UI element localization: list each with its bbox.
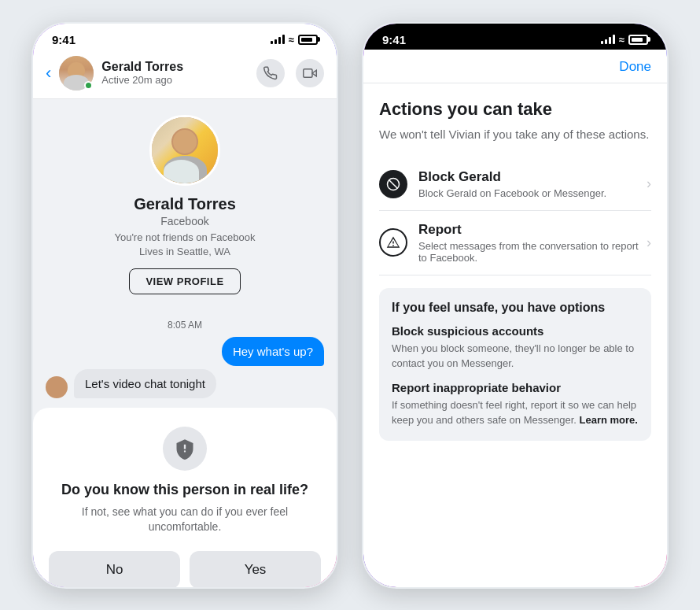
block-chevron-icon: › — [647, 176, 651, 192]
block-action-info: Block Gerald Block Gerald on Facebook or… — [418, 169, 647, 199]
profile-name: Gerald Torres — [134, 195, 236, 213]
safety-card-title: If you feel unsafe, you have options — [392, 301, 639, 315]
signal-icon-right — [601, 35, 615, 44]
profile-detail1: You're not friends on Facebook — [114, 231, 255, 245]
left-phone-inner: 9:41 ≈ ‹ — [33, 24, 337, 587]
report-behavior-desc: If something doesn't feel right, report … — [392, 397, 639, 428]
profile-detail2: Lives in Seattle, WA — [139, 245, 230, 259]
active-status-dot — [84, 81, 93, 90]
status-bar-left: 9:41 ≈ — [33, 24, 337, 50]
phone-call-button[interactable] — [256, 59, 285, 87]
time-left: 9:41 — [52, 33, 76, 46]
back-button[interactable]: ‹ — [46, 65, 51, 82]
chat-contact-info: Gerald Torres Active 20m ago — [101, 60, 249, 86]
profile-avatar-bg — [152, 117, 218, 183]
profile-person-head — [171, 128, 198, 155]
svg-marker-0 — [312, 70, 316, 76]
status-icons-right: ≈ — [601, 34, 648, 46]
bottom-sheet: Do you know this person in real life? If… — [33, 408, 337, 587]
block-suspicious-desc: When you block someone, they'll no longe… — [392, 341, 639, 372]
yes-button[interactable]: Yes — [190, 551, 321, 586]
battery-icon-left — [298, 35, 318, 45]
sheet-subtitle: If not, see what you can do if you ever … — [49, 505, 321, 535]
wifi-icon-left: ≈ — [289, 34, 294, 46]
time-right: 9:41 — [382, 33, 406, 46]
view-profile-button[interactable]: VIEW PROFILE — [129, 268, 240, 294]
right-phone-frame: 9:41 ≈ Done Actions you can take W — [362, 22, 669, 589]
report-action-title: Report — [418, 222, 647, 238]
profile-person-shirt — [164, 160, 199, 183]
message-timestamp: 8:05 AM — [46, 320, 324, 331]
svg-line-3 — [389, 179, 398, 188]
left-phone-frame: 9:41 ≈ ‹ — [31, 22, 338, 589]
report-chevron-icon: › — [647, 235, 651, 251]
right-phone-inner: 9:41 ≈ Done Actions you can take W — [363, 24, 667, 587]
received-bubble-1: Let's video chat tonight — [74, 369, 216, 398]
block-action-desc: Block Gerald on Facebook or Messenger. — [418, 187, 647, 199]
actions-title: Actions you can take — [379, 99, 651, 120]
actions-subtitle: We won't tell Vivian if you take any of … — [379, 126, 651, 142]
svg-rect-1 — [304, 68, 312, 77]
block-action-item[interactable]: Block Gerald Block Gerald on Facebook or… — [379, 158, 651, 211]
phones-container: 9:41 ≈ ‹ — [16, 6, 684, 604]
header-actions — [256, 59, 324, 87]
report-behavior-title: Report inappropriate behavior — [392, 381, 639, 394]
received-avatar — [46, 376, 68, 398]
signal-icon-left — [271, 35, 285, 44]
safety-card: If you feel unsafe, you have options Blo… — [379, 288, 651, 441]
contact-status: Active 20m ago — [101, 74, 249, 86]
profile-card: Gerald Torres Facebook You're not friend… — [33, 99, 337, 307]
battery-icon-right — [628, 35, 648, 45]
report-icon — [379, 228, 407, 257]
report-action-info: Report Select messages from the conversa… — [418, 222, 647, 264]
sent-message-1: Hey what's up? — [46, 337, 324, 366]
sheet-buttons: No Yes — [49, 551, 321, 586]
report-action-desc: Select messages from the conversation to… — [418, 240, 647, 264]
learn-more-link[interactable]: Learn more. — [580, 414, 638, 426]
report-action-item[interactable]: Report Select messages from the conversa… — [379, 211, 651, 275]
video-call-button[interactable] — [296, 59, 324, 87]
contact-name: Gerald Torres — [101, 60, 249, 74]
chat-header: ‹ Gerald Torres Active 20m ago — [33, 50, 337, 99]
sheet-title: Do you know this person in real life? — [61, 482, 308, 498]
no-button[interactable]: No — [49, 551, 180, 586]
profile-platform: Facebook — [160, 215, 208, 227]
block-action-title: Block Gerald — [418, 169, 647, 185]
profile-person-body — [164, 156, 207, 183]
chat-messages: 8:05 AM Hey what's up? Let's video chat … — [33, 307, 337, 408]
avatar-container — [59, 56, 94, 91]
block-icon — [379, 170, 407, 198]
received-message-1: Let's video chat tonight — [46, 369, 324, 398]
profile-avatar-large — [149, 115, 220, 186]
done-button[interactable]: Done — [619, 59, 651, 75]
status-bar-right: 9:41 ≈ — [363, 24, 667, 50]
actions-content: Actions you can take We won't tell Vivia… — [363, 83, 667, 441]
wifi-icon-right: ≈ — [619, 34, 624, 46]
actions-header: Done — [363, 50, 667, 83]
shield-icon — [163, 427, 207, 471]
sent-bubble-1: Hey what's up? — [222, 337, 324, 366]
status-icons-left: ≈ — [271, 34, 318, 46]
block-suspicious-title: Block suspicious accounts — [392, 324, 639, 338]
